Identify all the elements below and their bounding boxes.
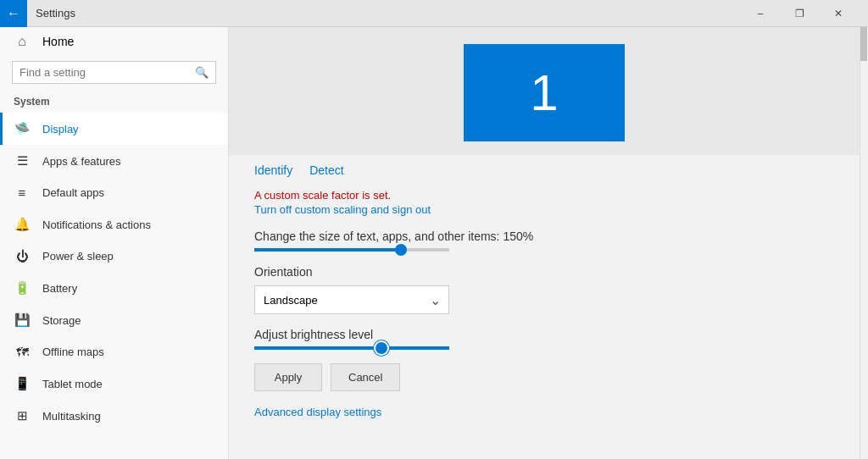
window-controls: – ❐ ✕ — [741, 0, 858, 27]
sidebar-item-battery[interactable]: 🔋 Battery — [0, 272, 228, 304]
default-apps-icon: ≡ — [14, 185, 31, 200]
system-label: System — [0, 92, 228, 113]
sidebar-item-apps-features[interactable]: ☰ Apps & features — [0, 145, 228, 177]
sidebar-item-display-label: Display — [42, 123, 79, 135]
window-title: Settings — [36, 7, 741, 19]
sidebar: ⌂ Home 🔍 System 🛸 Display ☰ Apps & featu… — [0, 27, 229, 459]
orientation-select-wrapper: Landscape Portrait Landscape (flipped) P… — [254, 285, 449, 314]
home-label: Home — [42, 35, 74, 48]
power-icon: ⏻ — [14, 249, 31, 263]
sidebar-item-multitasking[interactable]: ⊞ Multitasking — [0, 400, 228, 432]
identify-detect-row: Identify Detect — [254, 163, 834, 177]
right-scroll-thumb[interactable] — [860, 27, 867, 61]
nav-list: 🛸 Display ☰ Apps & features ≡ Default ap… — [0, 113, 228, 459]
monitor-number: 1 — [530, 64, 558, 122]
maps-icon: 🗺 — [14, 345, 31, 359]
sidebar-item-notifications-label: Notifications & actions — [42, 218, 151, 231]
orientation-label: Orientation — [254, 265, 834, 279]
apps-icon: ☰ — [14, 153, 31, 169]
sidebar-item-display[interactable]: 🛸 Display — [0, 113, 228, 145]
multitasking-icon: ⊞ — [14, 408, 31, 423]
home-icon: ⌂ — [14, 34, 31, 49]
search-input[interactable] — [19, 66, 190, 79]
text-size-slider-track[interactable] — [254, 248, 449, 252]
text-size-label: Change the size of text, apps, and other… — [254, 230, 834, 243]
restore-button[interactable]: ❐ — [780, 0, 819, 27]
content-area: 1 Identify Detect A custom scale factor … — [229, 27, 860, 459]
brightness-label: Adjust brightness level — [254, 328, 834, 341]
main-layout: ⌂ Home 🔍 System 🛸 Display ☰ Apps & featu… — [0, 27, 868, 459]
text-size-slider-thumb[interactable] — [395, 244, 407, 256]
detect-button[interactable]: Detect — [309, 163, 343, 177]
identify-button[interactable]: Identify — [254, 163, 292, 177]
sidebar-item-default-apps-label: Default apps — [42, 186, 104, 199]
sidebar-item-offline-maps[interactable]: 🗺 Offline maps — [0, 336, 228, 368]
notifications-icon: 🔔 — [14, 217, 31, 232]
sidebar-item-default-apps[interactable]: ≡ Default apps — [0, 177, 228, 208]
brightness-section: Adjust brightness level — [254, 328, 834, 350]
cancel-button[interactable]: Cancel — [331, 363, 400, 391]
storage-icon: 💾 — [14, 312, 31, 328]
action-buttons: Apply Cancel — [254, 363, 834, 391]
text-size-slider-fill — [254, 248, 401, 252]
brightness-slider-track[interactable] — [254, 346, 449, 350]
sidebar-item-storage[interactable]: 💾 Storage — [0, 304, 228, 336]
monitor-preview: 1 — [464, 44, 625, 141]
sidebar-item-maps-label: Offline maps — [42, 346, 104, 358]
sidebar-item-notifications[interactable]: 🔔 Notifications & actions — [0, 208, 228, 241]
display-icon: 🛸 — [14, 121, 31, 136]
minimize-button[interactable]: – — [741, 0, 780, 27]
apply-button[interactable]: Apply — [254, 363, 322, 391]
sidebar-item-tablet-mode[interactable]: 📱 Tablet mode — [0, 368, 228, 400]
back-icon: ← — [7, 6, 20, 21]
title-bar: ← Settings – ❐ ✕ — [0, 0, 868, 27]
warning-text: A custom scale factor is set. — [254, 189, 834, 202]
orientation-select[interactable]: Landscape Portrait Landscape (flipped) P… — [254, 285, 449, 314]
search-box: 🔍 — [12, 61, 216, 84]
sidebar-item-power-sleep[interactable]: ⏻ Power & sleep — [0, 241, 228, 272]
brightness-slider-thumb[interactable] — [376, 342, 387, 354]
sidebar-item-apps-label: Apps & features — [42, 155, 121, 168]
sidebar-item-battery-label: Battery — [42, 282, 77, 295]
turn-off-scaling-link[interactable]: Turn off custom scaling and sign out — [254, 203, 834, 216]
sidebar-item-storage-label: Storage — [42, 314, 81, 327]
sidebar-item-power-label: Power & sleep — [42, 250, 114, 263]
sidebar-item-home[interactable]: ⌂ Home — [0, 27, 228, 56]
text-size-section: Change the size of text, apps, and other… — [254, 230, 834, 252]
back-button[interactable]: ← — [0, 0, 27, 27]
close-button[interactable]: ✕ — [819, 0, 858, 27]
advanced-display-settings-link[interactable]: Advanced display settings — [254, 406, 381, 418]
settings-content: Identify Detect A custom scale factor is… — [229, 155, 860, 435]
sidebar-item-tablet-label: Tablet mode — [42, 378, 103, 390]
display-preview: 1 — [229, 27, 860, 155]
sidebar-item-multitasking-label: Multitasking — [42, 410, 101, 423]
tablet-icon: 📱 — [14, 376, 31, 391]
orientation-section: Orientation Landscape Portrait Landscape… — [254, 265, 834, 314]
battery-icon: 🔋 — [14, 280, 31, 296]
search-icon: 🔍 — [195, 66, 209, 79]
right-scrollbar[interactable] — [860, 27, 868, 459]
